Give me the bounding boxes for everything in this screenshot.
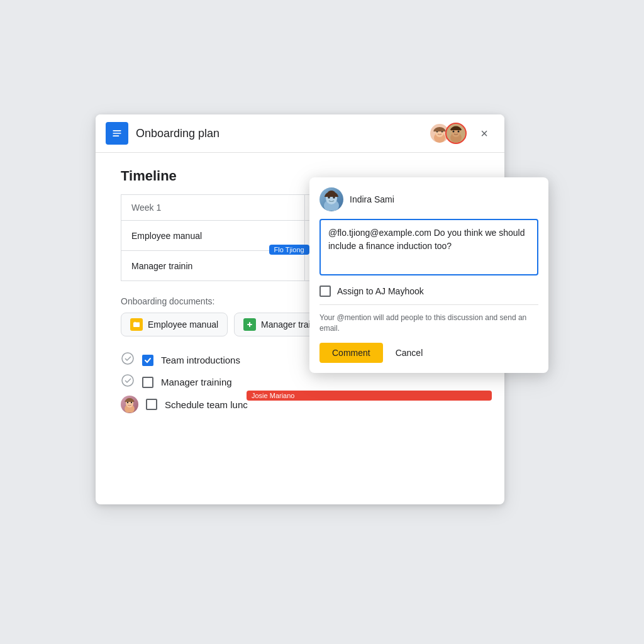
svg-rect-2 (113, 135, 119, 136)
commenter-name: Indira Sami (350, 194, 394, 204)
checkbox-empty-2[interactable] (142, 377, 153, 388)
checklist-label-3: Schedule team lunc (165, 399, 248, 410)
mention-hint: Your @mention will add people to this di… (319, 313, 538, 334)
close-button[interactable]: × (474, 123, 494, 143)
task-icon-1 (121, 352, 135, 369)
doc-header: Onboarding plan (96, 114, 504, 153)
plus-icon (246, 321, 253, 328)
avatar-male-svg (447, 124, 465, 143)
josie-avatar (121, 396, 138, 413)
svg-rect-11 (133, 323, 140, 327)
comment-header: Indira Sami (319, 187, 538, 211)
employee-manual-label: Employee manual (148, 319, 218, 330)
checklist-label-2: Manager training (161, 377, 232, 387)
doc-title: Onboarding plan (136, 127, 429, 140)
green-doc-icon (243, 318, 256, 331)
scene: Onboarding plan (96, 114, 548, 530)
flo-tjiong-tag: Flo Tjiong (269, 245, 309, 255)
svg-point-10 (458, 131, 460, 133)
assign-row: Assign to AJ Mayhook (319, 286, 538, 305)
folder-icon (133, 321, 140, 328)
checklist-item-2: Manager training (121, 374, 479, 391)
col1-header: Week 1 (121, 195, 305, 221)
josie-face-svg (121, 396, 138, 413)
svg-point-15 (122, 375, 133, 386)
task-check-icon (121, 352, 135, 365)
assign-checkbox[interactable] (319, 286, 331, 297)
header-avatars (429, 123, 467, 144)
svg-rect-13 (247, 324, 252, 325)
checklist-item-3: Schedule team lunc Josie Mariano (121, 396, 479, 413)
svg-point-24 (328, 191, 335, 196)
svg-rect-0 (113, 130, 121, 131)
task-icon-2-svg (121, 374, 135, 387)
task-cell-2: Manager trainin Flo Tjiong (121, 251, 305, 281)
svg-rect-1 (113, 133, 121, 134)
avatar-male (445, 123, 467, 144)
commenter-avatar (319, 187, 343, 211)
task-text-2: Manager trainin (131, 261, 192, 271)
yellow-doc-icon (130, 318, 143, 331)
svg-point-14 (122, 353, 133, 364)
checkbox-checked-1[interactable] (142, 355, 153, 366)
checkbox-empty-3[interactable] (146, 399, 157, 410)
svg-point-19 (131, 402, 132, 403)
checkmark-icon (144, 357, 152, 364)
cancel-button[interactable]: Cancel (388, 343, 431, 363)
assign-label: Assign to AJ Mayhook (337, 286, 424, 296)
comment-button[interactable]: Comment (319, 343, 383, 363)
doc-lines-icon (111, 127, 123, 140)
checklist-label-1: Team introductions (161, 355, 240, 365)
task-icon-2 (121, 374, 135, 391)
employee-manual-chip[interactable]: Employee manual (121, 313, 228, 336)
comment-panel: Indira Sami Assign to AJ Mayhook Your @m… (309, 177, 548, 373)
svg-point-9 (453, 131, 455, 133)
comment-textarea[interactable] (319, 219, 538, 275)
comment-actions: Comment Cancel (319, 343, 538, 363)
svg-point-18 (127, 402, 128, 403)
doc-icon (106, 122, 128, 145)
indira-face-svg (320, 188, 343, 211)
josie-mariano-tag: Josie Mariano (247, 391, 492, 401)
